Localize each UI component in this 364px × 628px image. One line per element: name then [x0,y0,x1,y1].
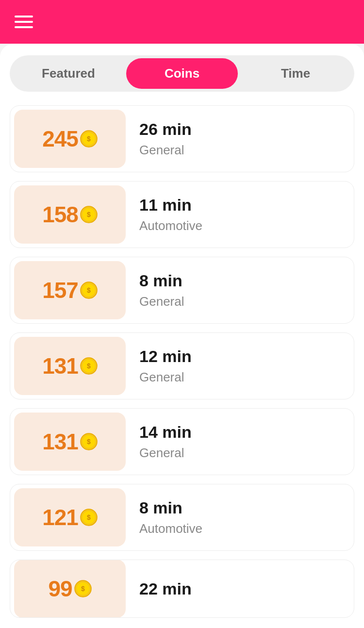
card-coin-badge: 121 $ [14,488,126,546]
coin-display: 131 $ [42,353,98,379]
card-coin-badge: 131 $ [14,337,126,395]
coin-amount: 99 [48,576,72,602]
card-time: 22 min [139,579,344,598]
coin-display: 158 $ [42,201,98,228]
coin-amount: 121 [42,504,78,530]
card-info: 11 min Automotive [130,187,354,242]
tab-coins[interactable]: Coins [126,58,238,89]
coin-amount: 131 [42,353,78,379]
card-category: General [139,446,344,461]
tab-featured[interactable]: Featured [13,58,124,89]
list-item[interactable]: 131 $ 12 min General [10,332,354,399]
tab-time[interactable]: Time [240,58,351,89]
coin-amount: 157 [42,277,78,303]
card-info: 12 min General [130,338,354,394]
svg-text:$: $ [87,211,91,218]
card-category: Automotive [139,521,344,536]
svg-text:$: $ [81,585,85,593]
svg-text:$: $ [87,362,91,370]
card-coin-badge: 131 $ [14,413,126,471]
tab-bar: Featured Coins Time [10,55,354,92]
card-coin-badge: 245 $ [14,110,126,168]
coin-icon: $ [74,580,92,597]
card-coin-badge: 99 $ [14,560,126,618]
card-time: 26 min [139,120,344,139]
svg-text:$: $ [87,513,91,521]
coin-display: 99 $ [48,576,91,602]
list-item[interactable]: 245 $ 26 min General [10,105,354,172]
coin-display: 157 $ [42,277,98,303]
app-header [0,0,364,44]
main-content: Featured Coins Time 245 $ 26 min General [0,44,364,628]
card-info: 22 min [130,571,354,607]
coin-icon: $ [80,281,98,299]
coin-icon: $ [80,206,98,223]
coin-amount: 158 [42,201,78,228]
list-item[interactable]: 157 $ 8 min General [10,257,354,324]
card-time: 12 min [139,347,344,366]
svg-text:$: $ [87,286,91,294]
menu-button[interactable] [15,16,33,28]
card-coin-badge: 158 $ [14,185,126,244]
card-time: 11 min [139,196,344,215]
list-item[interactable]: 158 $ 11 min Automotive [10,181,354,248]
card-info: 26 min General [130,111,354,166]
card-time: 14 min [139,423,344,442]
coin-icon: $ [80,433,98,450]
coin-display: 245 $ [42,126,98,152]
card-info: 8 min General [130,263,354,318]
card-coin-badge: 157 $ [14,261,126,319]
coin-amount: 245 [42,126,78,152]
list-item[interactable]: 99 $ 22 min [10,560,354,618]
coin-icon: $ [80,509,98,526]
coin-display: 131 $ [42,429,98,455]
card-list: 245 $ 26 min General 158 [10,105,354,618]
card-category: General [139,294,344,309]
card-info: 8 min Automotive [130,490,354,545]
coin-display: 121 $ [42,504,98,530]
card-category: General [139,143,344,158]
card-time: 8 min [139,498,344,517]
card-info: 14 min General [130,414,354,469]
card-time: 8 min [139,271,344,290]
list-item[interactable]: 121 $ 8 min Automotive [10,484,354,551]
card-category: General [139,370,344,385]
svg-text:$: $ [87,438,91,446]
svg-text:$: $ [87,135,91,143]
coin-icon: $ [80,357,98,375]
coin-amount: 131 [42,429,78,455]
coin-icon: $ [80,130,98,148]
list-item[interactable]: 131 $ 14 min General [10,408,354,475]
card-category: Automotive [139,218,344,233]
